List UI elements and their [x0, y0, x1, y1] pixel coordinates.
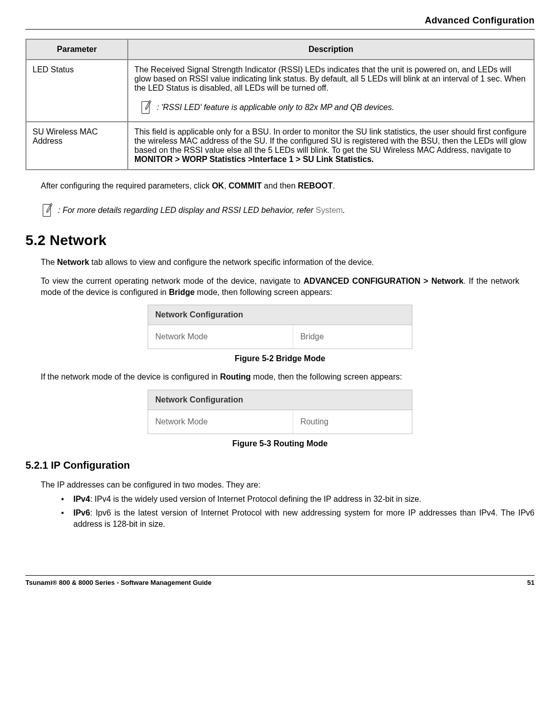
figure-value: Routing [293, 410, 335, 434]
section-heading-5-2: 5.2 Network [25, 232, 535, 249]
list-item: IPv4: IPv4 is the widely used version of… [61, 494, 535, 505]
text: and then [262, 181, 298, 190]
note-text: : For more details regarding LED display… [58, 206, 345, 215]
inline-note: : 'RSSI LED' feature is applicable only … [139, 99, 527, 116]
bold: Network [57, 258, 89, 266]
figure-caption: Figure 5-3 Routing Mode [25, 439, 535, 448]
bold: ADVANCED CONFIGURATION > Network [303, 277, 463, 285]
text: . [333, 181, 335, 190]
col-header-parameter: Parameter [26, 39, 128, 60]
param-cell: SU Wireless MAC Address [26, 122, 128, 170]
document-page: Advanced Configuration Parameter Descrip… [0, 0, 560, 597]
figure-header: Network Configuration [148, 390, 412, 410]
note-icon [41, 202, 55, 219]
note-icon [139, 99, 154, 116]
bold: Routing [220, 372, 250, 381]
after-table-paragraph: After configuring the required parameter… [41, 180, 519, 192]
footer-left: Tsunami® 800 & 8000 Series - Software Ma… [25, 579, 212, 586]
col-header-description: Description [128, 39, 534, 60]
parameter-table: Parameter Description LED Status The Rec… [25, 39, 535, 170]
bold: IPv6 [73, 508, 90, 517]
text: The [41, 258, 57, 266]
figure-bridge-mode: Network Configuration Network Mode Bridg… [148, 305, 412, 349]
text: : Ipv6 is the latest version of Internet… [73, 508, 535, 528]
header-rule [25, 29, 535, 30]
bold: OK [212, 181, 224, 190]
table-header-row: Parameter Description [26, 39, 534, 60]
desc-cell: This field is applicable only for a BSU.… [128, 122, 534, 170]
bullet-list: IPv4: IPv4 is the widely used version of… [61, 494, 535, 530]
text: mode, then the following screen appears: [251, 372, 402, 381]
desc-text: This field is applicable only for a BSU.… [134, 127, 526, 154]
bold: REBOOT [298, 181, 332, 190]
figure-label: Network Mode [148, 325, 293, 348]
section-heading-5-2-1: 5.2.1 IP Configuration [25, 460, 535, 471]
page-number: 51 [527, 579, 535, 586]
figure-row: Network Mode Routing [148, 410, 412, 434]
text: : IPv4 is the widely used version of Int… [90, 495, 422, 503]
paragraph: To view the current operating network mo… [41, 276, 519, 298]
figure-header: Network Configuration [148, 305, 412, 325]
paragraph: If the network mode of the device is con… [41, 371, 519, 383]
figure-routing-mode: Network Configuration Network Mode Routi… [148, 390, 412, 434]
text: , [224, 181, 229, 190]
paragraph: The IP addresses can be configured in tw… [41, 479, 519, 491]
text: To view the current operating network mo… [41, 277, 303, 285]
page-note: : For more details regarding LED display… [41, 202, 535, 219]
param-cell: LED Status [26, 60, 128, 122]
bold: IPv4 [73, 495, 90, 503]
list-item: IPv6: Ipv6 is the latest version of Inte… [61, 507, 535, 529]
text: After configuring the required parameter… [41, 181, 212, 190]
figure-caption: Figure 5-2 Bridge Mode [25, 354, 535, 363]
figure-row: Network Mode Bridge [148, 325, 412, 348]
note-text: : 'RSSI LED' feature is applicable only … [157, 103, 394, 112]
text: : For more details regarding LED display… [58, 206, 316, 214]
text: tab allows to view and configure the net… [89, 258, 374, 266]
table-row: LED Status The Received Signal Strength … [26, 60, 534, 122]
desc-text: The Received Signal Strength Indicator (… [134, 65, 525, 92]
paragraph: The Network tab allows to view and confi… [41, 257, 519, 268]
text: mode, then following screen appears: [194, 288, 332, 296]
bold: COMMIT [229, 181, 262, 190]
bold: Bridge [169, 288, 195, 296]
page-header: Advanced Configuration [25, 15, 535, 26]
figure-value: Bridge [293, 325, 331, 348]
page-footer: Tsunami® 800 & 8000 Series - Software Ma… [25, 575, 535, 586]
cross-ref-link[interactable]: System [316, 206, 343, 214]
nav-path-bold: MONITOR > WORP Statistics >Interface 1 >… [134, 155, 374, 164]
table-row: SU Wireless MAC Address This field is ap… [26, 122, 534, 170]
figure-label: Network Mode [148, 410, 293, 434]
desc-cell: The Received Signal Strength Indicator (… [128, 60, 534, 122]
text: If the network mode of the device is con… [41, 372, 220, 381]
text: . [343, 206, 345, 214]
